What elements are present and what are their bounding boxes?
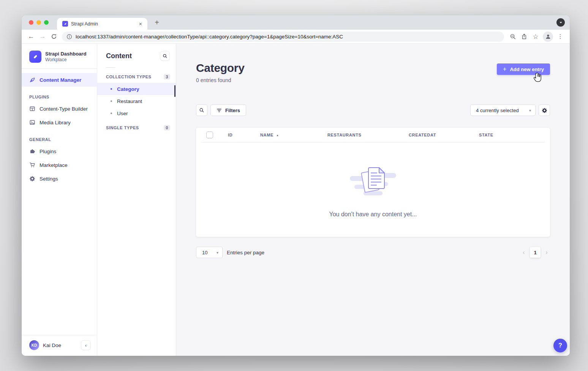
image-icon	[29, 119, 35, 125]
help-button[interactable]: ?	[553, 339, 567, 352]
browser-tab[interactable]: Strapi Admin ×	[57, 18, 147, 30]
window-controls	[29, 20, 49, 25]
tab-strip: Strapi Admin × +	[22, 15, 570, 30]
search-button[interactable]	[196, 105, 207, 116]
filter-icon	[217, 108, 222, 113]
filters-label: Filters	[225, 108, 240, 113]
sidebar-item-label: Content-Type Builder	[40, 106, 88, 112]
main-content: Category 0 entries found + Add new entry…	[176, 44, 570, 356]
browser-toolbar: ← → localhost:1337/admin/content-manager…	[22, 30, 570, 44]
browser-menu-icon[interactable]: ⋮	[555, 31, 566, 42]
column-header-createdat[interactable]: CREATEDAT	[409, 133, 479, 137]
browser-window: Strapi Admin × + ← → localhost:1337/admi…	[22, 15, 570, 356]
tab-close-icon[interactable]: ×	[138, 21, 144, 27]
cart-icon	[29, 162, 35, 168]
tab-title: Strapi Admin	[71, 21, 134, 27]
collapse-sidebar-button[interactable]: ‹	[81, 340, 91, 350]
sidebar-section-plugins: PLUGINS	[22, 87, 97, 102]
primary-sidebar: Strapi Dashboard Workplace Content Manag…	[22, 44, 97, 356]
sidebar-item-label: Media Library	[40, 120, 71, 125]
column-header-id[interactable]: ID	[228, 133, 260, 137]
sidebar-user-footer: KD Kai Doe ‹	[22, 335, 97, 356]
displayed-fields-select[interactable]: 4 currently selected ▾	[470, 105, 536, 116]
sort-ascending-icon: ▲	[276, 134, 279, 136]
bullet-icon	[111, 100, 112, 102]
chevron-down-icon: ▾	[529, 108, 531, 113]
forward-button[interactable]: →	[37, 31, 48, 42]
sidebar-item-content-manager[interactable]: Content Manager	[22, 73, 97, 87]
add-new-entry-button[interactable]: + Add new entry	[497, 63, 550, 75]
gear-icon	[29, 176, 35, 182]
page-size-value: 10	[202, 250, 207, 255]
sidebar-item-marketplace[interactable]: Marketplace	[22, 158, 97, 172]
filters-button[interactable]: Filters	[210, 105, 246, 116]
subnav-item-label: Restaurant	[117, 98, 142, 104]
empty-state-text: You don't have any content yet...	[329, 211, 417, 218]
bookmark-star-icon[interactable]: ☆	[530, 31, 541, 42]
layout-icon	[29, 106, 35, 112]
view-settings-button[interactable]	[539, 105, 550, 116]
subnav-scrollbar-thumb[interactable]	[174, 85, 175, 97]
back-button[interactable]: ←	[25, 31, 37, 42]
column-header-label: NAME	[260, 133, 273, 137]
browser-updates-button[interactable]	[556, 18, 565, 27]
column-header-restaurants[interactable]: RESTAURANTS	[327, 133, 409, 137]
close-window-button[interactable]	[29, 20, 33, 25]
empty-documents-illustration	[350, 163, 396, 198]
subnav-item-label: User	[117, 111, 128, 116]
browser-profile-button[interactable]	[543, 32, 553, 42]
strapi-admin-app: Strapi Dashboard Workplace Content Manag…	[22, 44, 570, 356]
address-bar[interactable]: localhost:1337/admin/content-manager/col…	[62, 32, 504, 42]
workspace-subtitle: Workplace	[45, 57, 86, 62]
column-header-name[interactable]: NAME ▲	[260, 133, 327, 137]
displayed-fields-value: 4 currently selected	[476, 108, 519, 113]
url-text: localhost:1337/admin/content-manager/col…	[76, 34, 343, 40]
bullet-icon	[111, 113, 112, 114]
page-number-button[interactable]: 1	[530, 247, 541, 258]
single-types-count-badge: 0	[164, 125, 170, 130]
page-zoom-icon[interactable]	[507, 31, 518, 42]
previous-page-button[interactable]: ‹	[520, 249, 527, 256]
puzzle-icon	[29, 148, 35, 154]
sidebar-item-label: Settings	[40, 176, 58, 182]
workspace-brand: Strapi Dashboard Workplace	[22, 44, 97, 68]
collection-types-count-badge: 3	[164, 74, 170, 79]
page-size-select[interactable]: 10 ▾	[196, 247, 223, 258]
subnav-title: Content	[106, 52, 132, 60]
feather-pen-icon	[29, 77, 35, 83]
sidebar-section-general: GENERAL	[22, 129, 97, 144]
new-tab-button[interactable]: +	[152, 18, 161, 27]
minimize-window-button[interactable]	[36, 20, 41, 25]
plus-icon: +	[503, 66, 506, 72]
site-info-icon[interactable]	[66, 34, 72, 40]
content-sub-navigation: Content COLLECTION TYPES 3 Category Rest…	[97, 44, 176, 356]
add-new-entry-label: Add new entry	[510, 67, 544, 72]
single-types-label: SINGLE TYPES	[106, 125, 139, 130]
sidebar-item-media-library[interactable]: Media Library	[22, 116, 97, 129]
subnav-item-user[interactable]: User	[97, 107, 176, 119]
share-icon[interactable]	[518, 31, 530, 42]
strapi-favicon-icon	[62, 21, 68, 27]
subnav-search-button[interactable]	[160, 51, 170, 61]
reload-button[interactable]	[48, 31, 60, 42]
strapi-logo-icon	[29, 51, 41, 63]
zoom-window-button[interactable]	[44, 20, 49, 25]
entries-found-text: 0 entries found	[196, 77, 231, 83]
divider	[106, 67, 115, 68]
workspace-title: Strapi Dashboard	[45, 51, 86, 57]
pagination-bar: 10 ▾ Entries per page ‹ 1 ›	[196, 247, 550, 258]
sidebar-item-content-type-builder[interactable]: Content-Type Builder	[22, 102, 97, 116]
empty-state: You don't have any content yet...	[196, 143, 550, 218]
sidebar-item-plugins[interactable]: Plugins	[22, 144, 97, 158]
user-avatar: KD	[29, 340, 39, 350]
sidebar-item-settings[interactable]: Settings	[22, 172, 97, 186]
user-name: Kai Doe	[43, 342, 77, 348]
next-page-button[interactable]: ›	[543, 249, 550, 256]
select-all-checkbox[interactable]	[206, 132, 213, 138]
collection-types-label: COLLECTION TYPES	[106, 75, 151, 79]
subnav-item-restaurant[interactable]: Restaurant	[97, 95, 176, 107]
subnav-item-category[interactable]: Category	[97, 83, 176, 95]
entries-per-page-label: Entries per page	[227, 250, 264, 255]
column-header-state[interactable]: STATE	[479, 133, 493, 137]
bullet-icon	[111, 88, 112, 90]
